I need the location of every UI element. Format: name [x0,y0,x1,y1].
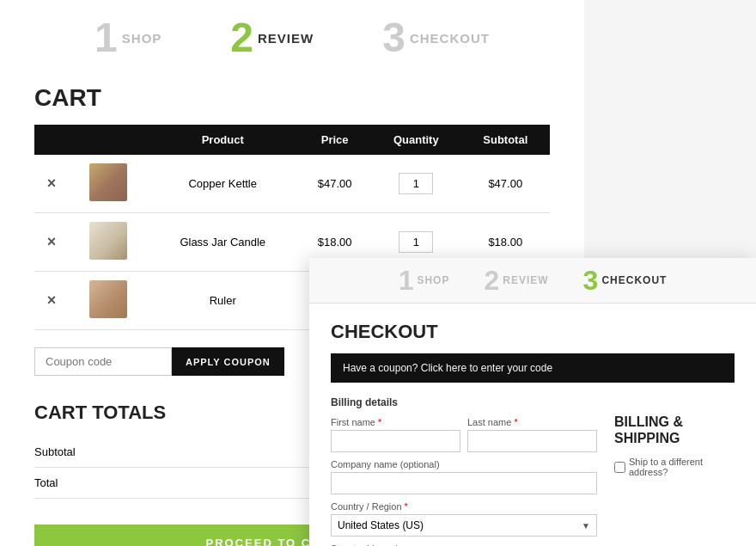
country-select[interactable]: United States (US) Canada United Kingdom [331,514,597,537]
step-review[interactable]: 2 REVIEW [230,17,314,58]
billing-right-panel: BILLING &SHIPPING Ship to a different ad… [614,396,735,546]
step-indicator: 1 SHOP 2 REVIEW 3 CHECKOUT [34,0,550,67]
company-field[interactable] [331,472,597,494]
coupon-bar[interactable]: Have a coupon? Click here to enter your … [331,353,735,383]
last-name-group: Last name * [467,417,597,452]
col-product: Product [147,125,298,155]
table-row: × Copper Kettle $47.00 $47.00 [34,155,550,213]
cart-title: CART [34,84,550,112]
country-label: Country / Region * [331,501,597,512]
col-image [69,125,147,155]
ship-different-address[interactable]: Ship to a different address? [614,457,735,477]
billing-layout: Billing details First name * Last name *… [331,396,735,546]
remove-button[interactable]: × [47,175,57,192]
checkout-content: CHECKOUT Have a coupon? Click here to en… [309,304,756,546]
remove-button[interactable]: × [47,291,57,309]
ship-label: Ship to a different address? [629,457,735,477]
country-group: Country / Region * United States (US) Ca… [331,501,597,537]
ship-checkbox-input[interactable] [614,462,625,473]
product-price: $47.00 [298,155,371,213]
last-name-label: Last name * [467,417,597,427]
company-group: Company name (optional) [331,459,597,494]
name-row: First name * Last name * [331,417,597,452]
overlay-step-review[interactable]: 2 REVIEW [484,267,548,294]
company-label: Company name (optional) [331,459,597,469]
first-name-field[interactable] [331,430,460,452]
product-image [89,222,127,260]
apply-coupon-button[interactable]: APPLY COUPON [172,347,284,376]
product-name: Glass Jar Candle [147,213,298,272]
col-price: Price [298,125,371,155]
product-subtotal: $47.00 [461,155,550,213]
country-select-wrapper: United States (US) Canada United Kingdom [331,514,597,537]
first-name-label: First name * [331,417,460,427]
overlay-step-shop[interactable]: 1 SHOP [399,267,450,294]
quantity-input[interactable] [399,231,433,253]
overlay-step-indicator: 1 SHOP 2 REVIEW 3 CHECKOUT [309,258,756,304]
subtotal-label: Subtotal [34,437,315,468]
product-name: Copper Kettle [147,155,298,213]
checkout-title: CHECKOUT [331,321,735,343]
total-label: Total [34,468,315,499]
quantity-input[interactable] [399,173,433,194]
col-remove [34,125,69,155]
coupon-input[interactable] [34,347,172,376]
product-image [89,163,127,201]
remove-button[interactable]: × [47,233,57,250]
checkout-overlay: 1 SHOP 2 REVIEW 3 CHECKOUT CHECKOUT Have… [309,258,756,546]
col-qty: Quantity [371,125,461,155]
step-shop[interactable]: 1 SHOP [94,17,162,58]
overlay-step-checkout[interactable]: 3 CHECKOUT [583,267,668,294]
col-subtotal: Subtotal [461,125,550,155]
product-name: Ruler [147,272,298,330]
step-checkout[interactable]: 3 CHECKOUT [382,17,490,58]
billing-details-label: Billing details [331,396,597,408]
billing-shipping-title: BILLING &SHIPPING [614,414,735,446]
billing-form: Billing details First name * Last name *… [331,396,597,546]
product-image [89,280,127,318]
last-name-field[interactable] [467,430,597,452]
first-name-group: First name * [331,417,460,452]
